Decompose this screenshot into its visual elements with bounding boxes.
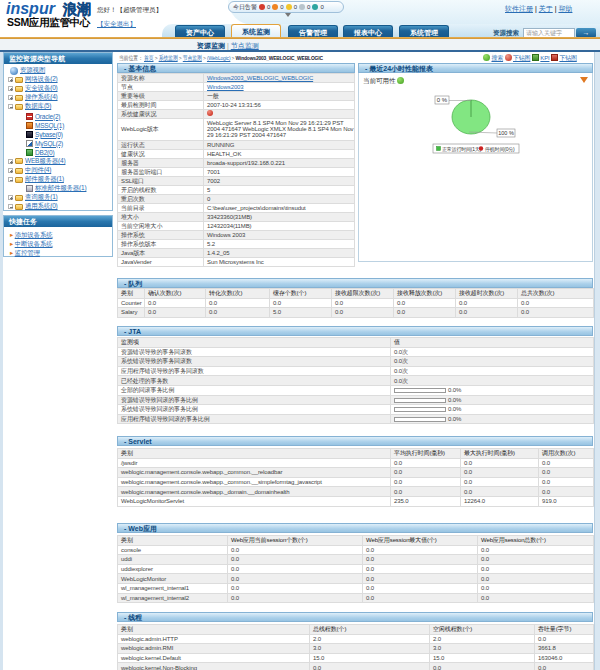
svg-text:0 %: 0 % (437, 97, 448, 103)
svg-text:正常运行时间(1天): 正常运行时间(1天) (442, 146, 482, 153)
svg-text:停机时间(0分): 停机时间(0分) (484, 146, 515, 153)
svg-text:100 %: 100 % (498, 130, 514, 136)
